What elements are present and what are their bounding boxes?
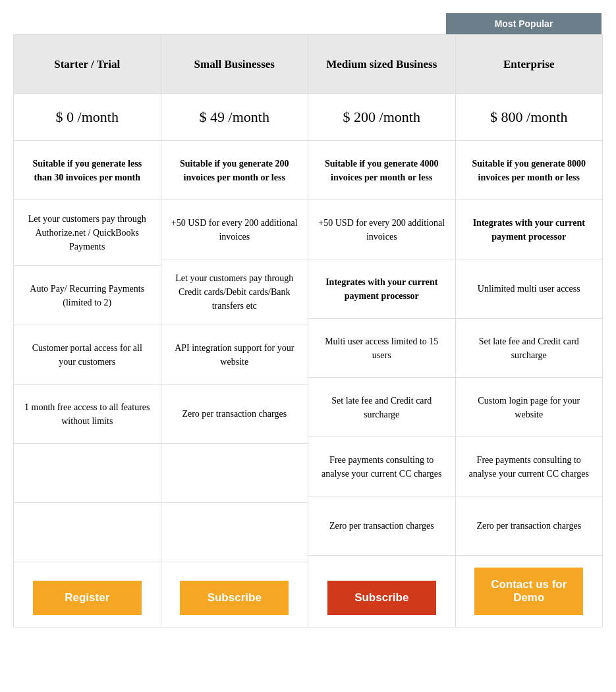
plan-cta-starter: Register <box>14 569 161 627</box>
plan-feature-starter-4: 1 month free access to all features with… <box>14 385 161 444</box>
plan-feature-enterprise-5: Free payments consulting to analyse your… <box>456 437 603 496</box>
plan-col-small: Small Businesses $ 49 /month Suitable if… <box>161 35 309 627</box>
plan-feature-medium-0: Suitable if you generate 4000 invoices p… <box>308 141 455 200</box>
plan-feature-starter-6 <box>14 503 161 562</box>
plan-price-medium: $ 200 /month <box>308 94 455 141</box>
plan-feature-medium-2: Integrates with your current payment pro… <box>308 259 455 319</box>
subscribe-small-button[interactable]: Subscribe <box>180 581 289 615</box>
plan-feature-small-6 <box>161 503 308 562</box>
plan-feature-starter-5 <box>14 444 161 503</box>
pricing-table: Starter / Trial $ 0 /month Suitable if y… <box>13 34 603 627</box>
plan-feature-small-1: +50 USD for every 200 additional invoice… <box>161 200 308 259</box>
plan-header-small: Small Businesses <box>161 35 308 94</box>
plan-feature-small-3: API integration support for your website <box>161 325 308 385</box>
plan-feature-starter-2: Auto Pay/ Recurring Payments (limited to… <box>14 266 161 325</box>
pricing-wrapper: Most Popular Starter / Trial $ 0 /month … <box>13 13 603 627</box>
plan-feature-starter-3: Customer portal access for all your cust… <box>14 325 161 385</box>
plan-feature-starter-1: Let your customers pay through Authorize… <box>14 200 161 266</box>
plan-price-enterprise: $ 800 /month <box>456 94 603 141</box>
plan-header-enterprise: Enterprise <box>456 35 603 94</box>
plan-feature-small-5 <box>161 444 308 503</box>
plan-header-medium: Medium sized Business <box>308 35 455 94</box>
plan-feature-medium-5: Free payments consulting to analyse your… <box>308 437 455 496</box>
contact-button[interactable]: Contact us for Demo <box>474 568 583 615</box>
subscribe-medium-button[interactable]: Subscribe <box>327 581 436 615</box>
register-button[interactable]: Register <box>33 581 142 615</box>
plan-cta-medium: Subscribe <box>308 569 455 627</box>
plan-cta-enterprise: Contact us for Demo <box>456 556 603 627</box>
plan-feature-medium-1: +50 USD for every 200 additional invoice… <box>308 200 455 259</box>
plan-feature-enterprise-2: Unlimited multi user access <box>456 259 603 319</box>
plan-feature-enterprise-3: Set late fee and Credit card surcharge <box>456 319 603 378</box>
plan-feature-enterprise-4: Custom login page for your website <box>456 378 603 437</box>
most-popular-banner: Most Popular <box>13 13 603 34</box>
most-popular-tag: Most Popular <box>446 13 602 34</box>
plan-price-small: $ 49 /month <box>161 94 308 141</box>
plan-col-enterprise: Enterprise $ 800 /month Suitable if you … <box>456 35 603 627</box>
plan-feature-small-2: Let your customers pay through Credit ca… <box>161 259 308 325</box>
plan-price-starter: $ 0 /month <box>14 94 161 141</box>
plan-feature-starter-0: Suitable if you generate less than 30 in… <box>14 141 161 200</box>
plan-feature-small-0: Suitable if you generate 200 invoices pe… <box>161 141 308 200</box>
plan-col-medium: Medium sized Business $ 200 /month Suita… <box>308 35 456 627</box>
plan-feature-enterprise-1: Integrates with your current payment pro… <box>456 200 603 259</box>
plan-feature-enterprise-0: Suitable if you generate 8000 invoices p… <box>456 141 603 200</box>
plan-feature-small-4: Zero per transaction charges <box>161 385 308 444</box>
plan-feature-medium-6: Zero per transaction charges <box>308 496 455 556</box>
plan-col-starter: Starter / Trial $ 0 /month Suitable if y… <box>14 35 161 627</box>
plan-feature-medium-4: Set late fee and Credit card surcharge <box>308 378 455 437</box>
plan-cta-small: Subscribe <box>161 569 308 627</box>
plan-header-starter: Starter / Trial <box>14 35 161 94</box>
plan-feature-medium-3: Multi user access limited to 15 users <box>308 319 455 378</box>
plan-feature-enterprise-6: Zero per transaction charges <box>456 496 603 556</box>
